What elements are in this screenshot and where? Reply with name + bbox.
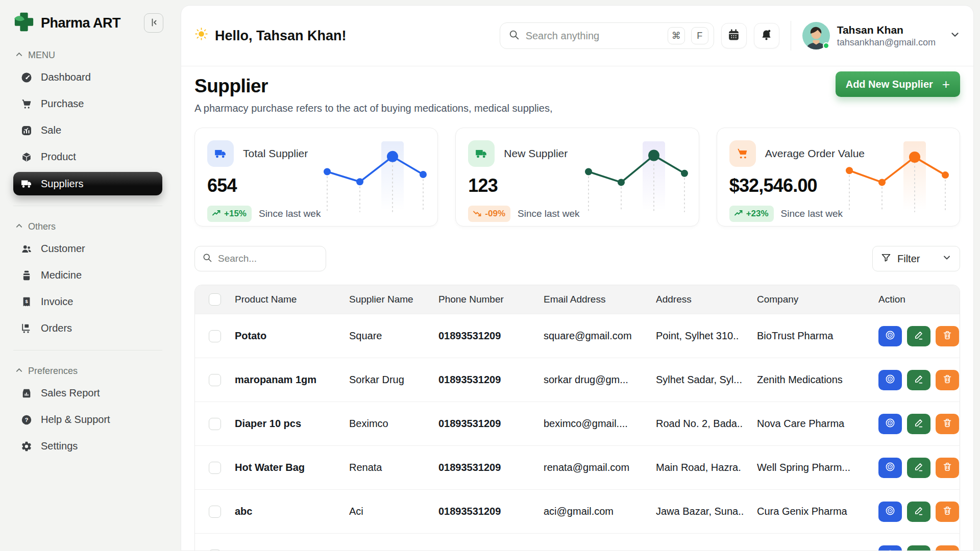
delete-button[interactable]: [936, 502, 959, 522]
cell-phone-number: 01893531209: [438, 418, 544, 430]
row-actions: [878, 414, 960, 434]
cell-phone-number: 01893531209: [438, 330, 544, 342]
edit-button[interactable]: [907, 370, 930, 390]
sidebar-item-medicine[interactable]: Medicine: [13, 264, 162, 287]
calendar-icon: [727, 29, 740, 43]
average-order-value-sparkline: [842, 138, 949, 215]
table-row: maropanam 1gm Sorkar Drug 01893531209 so…: [195, 358, 960, 402]
invoice-icon: $: [20, 296, 33, 308]
row-checkbox[interactable]: [209, 418, 221, 430]
sidebar-item-label: Customer: [41, 243, 85, 255]
delete-button[interactable]: [936, 458, 959, 478]
profile-email: tahsankhan@gmail.com: [837, 37, 936, 48]
filter-button[interactable]: Filter: [872, 246, 960, 271]
stat-period: Since last wek: [259, 208, 321, 219]
edit-button[interactable]: [907, 502, 930, 522]
view-button[interactable]: [878, 502, 902, 522]
sidebar-section-preferences[interactable]: Preferences: [15, 366, 162, 377]
sidebar-collapse-button[interactable]: [144, 13, 163, 33]
sidebar-item-sale[interactable]: Sale: [13, 119, 162, 142]
sidebar-item-suppliers[interactable]: Suppliers: [13, 172, 162, 195]
page-header: Supplier A pharmacy purchase refers to t…: [181, 66, 973, 124]
cart-box-icon: [20, 323, 33, 334]
cell-supplier-name: Beximco: [349, 418, 438, 430]
change-value: -09%: [485, 209, 505, 219]
sidebar-item-sales-report[interactable]: Sales Report: [13, 382, 162, 405]
app-title: Pharma ART: [41, 15, 120, 31]
calendar-button[interactable]: [721, 23, 747, 48]
column-header-address[interactable]: Address: [656, 294, 757, 305]
bell-icon: [760, 29, 773, 43]
sidebar-item-invoice[interactable]: $ Invoice: [13, 290, 162, 313]
pencil-icon: [914, 418, 924, 430]
column-header-action: Action: [878, 294, 960, 305]
edit-button[interactable]: [907, 458, 930, 478]
greeting: Hello, Tahsan Khan!: [194, 27, 347, 44]
sun-icon: [194, 27, 208, 44]
column-header-product-name[interactable]: Product Name: [235, 294, 349, 305]
pill-bottle-icon: [20, 270, 33, 281]
cell-address: Jawa Bazar, Suna..: [656, 506, 757, 517]
notifications-button[interactable]: [754, 23, 779, 48]
pencil-icon: [914, 462, 924, 473]
column-header-supplier-name[interactable]: Supplier Name: [349, 294, 438, 305]
cell-company: Well Spring Pharm...: [757, 462, 878, 473]
delete-button[interactable]: [936, 414, 959, 434]
users-icon: [20, 243, 33, 255]
edit-button[interactable]: [907, 545, 930, 551]
row-checkbox[interactable]: [209, 330, 221, 342]
f-key: F: [691, 27, 708, 44]
select-all-checkbox[interactable]: [209, 293, 221, 306]
column-header-phone-number[interactable]: Phone Number: [438, 294, 544, 305]
sidebar-item-help-support[interactable]: ? Help & Support: [13, 408, 162, 431]
row-actions: [878, 326, 960, 346]
sidebar-section-menu[interactable]: MENU: [15, 50, 162, 61]
delete-button[interactable]: [936, 545, 959, 551]
cell-product-name: Hot Water Bag: [235, 462, 349, 473]
collapse-sidebar-icon: [149, 17, 159, 29]
view-button[interactable]: [878, 326, 902, 346]
stat-card-new-supplier: New Supplier 123 -09% Since last wek: [455, 128, 699, 227]
stat-card-average-order-value: Average Order Value $32,546.00 +23% Sinc…: [717, 128, 960, 227]
sidebar-item-settings[interactable]: Settings: [13, 435, 162, 458]
sidebar-item-label: Orders: [41, 322, 72, 334]
avatar: [802, 22, 830, 49]
table-search-input[interactable]: [218, 253, 318, 264]
cell-email-address: renata@gmail.com: [544, 462, 656, 473]
sidebar-item-customer[interactable]: Customer: [13, 237, 162, 260]
column-header-email-address[interactable]: Email Address: [544, 294, 656, 305]
sidebar-item-label: Invoice: [41, 296, 73, 308]
pencil-icon: [914, 506, 924, 517]
new-supplier-sparkline: [581, 138, 689, 215]
column-header-company[interactable]: Company: [757, 294, 878, 305]
view-button[interactable]: [878, 414, 902, 434]
row-checkbox[interactable]: [209, 549, 221, 551]
sidebar-item-purchase[interactable]: Purchase: [13, 92, 162, 115]
sidebar-item-orders[interactable]: Orders: [13, 317, 162, 340]
change-value: +15%: [224, 209, 247, 219]
delete-button[interactable]: [936, 370, 959, 390]
add-new-supplier-button[interactable]: Add New Supplier +: [836, 71, 960, 97]
cell-supplier-name: Aci: [349, 506, 438, 517]
profile-info: Tahsan Khan tahsankhan@gmail.com: [837, 24, 936, 48]
row-checkbox[interactable]: [209, 462, 221, 474]
edit-button[interactable]: [907, 326, 930, 346]
cell-email-address: aci@gmail.com: [544, 506, 656, 517]
sidebar-item-product[interactable]: Product: [13, 145, 162, 168]
row-checkbox[interactable]: [209, 506, 221, 518]
edit-button[interactable]: [907, 414, 930, 434]
cell-company: Cura Genix Pharma: [757, 506, 878, 517]
sidebar-item-dashboard[interactable]: Dashboard: [13, 66, 162, 89]
cell-product-name: Potato: [235, 330, 349, 342]
view-button[interactable]: [878, 370, 902, 390]
row-checkbox[interactable]: [209, 374, 221, 386]
profile-menu[interactable]: Tahsan Khan tahsankhan@gmail.com: [802, 22, 960, 49]
table-row: abc Aci 01893531209 aci@gmail.com Jawa B…: [195, 489, 960, 533]
sidebar-section-others[interactable]: Others: [15, 221, 162, 232]
global-search-input[interactable]: [526, 30, 662, 42]
topbar: Hello, Tahsan Khan! ⌘ F: [181, 6, 973, 66]
delete-button[interactable]: [936, 326, 959, 346]
view-button[interactable]: [878, 458, 902, 478]
view-button[interactable]: [878, 545, 902, 551]
chevron-down-icon[interactable]: [950, 30, 960, 42]
